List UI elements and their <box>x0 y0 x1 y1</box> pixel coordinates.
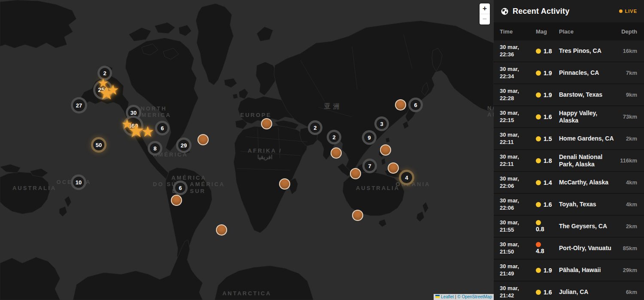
quake-place: Pāhala, Hawaii <box>559 266 616 274</box>
quake-place: Home Gardens, CA <box>559 135 616 142</box>
recent-activity-panel: Recent Activity LIVE Time Mag Place Dept… <box>494 0 644 300</box>
map-label: EUROPE <box>240 112 272 118</box>
cluster-marker[interactable]: 2 <box>308 120 322 135</box>
quake-depth: 85km <box>616 245 644 251</box>
activity-row[interactable]: 30 mar,22:34 1.9 Pinnacles, CA 7km <box>494 62 644 84</box>
quake-depth: 7km <box>616 70 644 76</box>
openstreetmap-link[interactable]: © OpenStreetMap <box>457 294 492 299</box>
cluster-marker[interactable]: 9 <box>362 130 377 145</box>
quake-time: 30 mar,22:28 <box>494 88 536 102</box>
earthquake-marker[interactable] <box>279 178 290 190</box>
magnitude-dot-icon <box>536 268 541 273</box>
earthquake-dashboard: NORTHAMERICAAMÉRICAEUROPEAFRIKA /افريقيا… <box>0 0 644 300</box>
map-label: NORTHAMERICA <box>487 105 494 118</box>
quake-time: 30 mar,21:42 <box>494 285 536 300</box>
earthquake-marker[interactable] <box>216 224 227 236</box>
cluster-marker[interactable]: 10 <box>71 174 86 190</box>
magnitude-dot-icon <box>536 136 541 141</box>
earthquake-marker[interactable] <box>197 134 209 145</box>
zoom-in-button[interactable]: + <box>480 3 490 14</box>
activity-row[interactable]: 30 mar,22:11 1.5 Home Gardens, CA 2km <box>494 128 644 150</box>
cluster-marker[interactable]: 2 <box>327 130 341 144</box>
activity-row[interactable]: 30 mar,22:28 1.9 Barstow, Texas 9km <box>494 84 644 106</box>
star-marker[interactable]: ★ <box>107 83 119 97</box>
activity-row[interactable]: 30 mar,21:50 4.8 Port-Olry, Vanuatu 85km <box>494 238 644 260</box>
activity-row[interactable]: 30 mar,22:11 1.8 Denali National Park, A… <box>494 150 644 172</box>
map-zoom-control: + − <box>480 3 490 24</box>
quake-depth: 6km <box>616 289 644 295</box>
quake-place: Denali National Park, Alaska <box>559 153 616 168</box>
live-badge: LIVE <box>619 9 637 14</box>
quake-depth: 29km <box>616 267 644 273</box>
zoom-out-button[interactable]: − <box>480 14 490 24</box>
quake-depth: 116km <box>616 157 644 164</box>
globe-icon <box>501 7 509 15</box>
quake-magnitude: 1.8 <box>536 157 559 164</box>
map-label: AMÉRICADO SUL / AMÉRICADEL SUR <box>153 174 225 194</box>
earthquake-marker[interactable] <box>395 99 406 110</box>
world-landmass <box>0 0 494 300</box>
earthquake-marker[interactable] <box>388 162 399 174</box>
quake-magnitude: 1.6 <box>536 201 559 208</box>
quake-magnitude: 1.8 <box>536 48 559 55</box>
quake-place: The Geysers, CA <box>559 223 616 230</box>
map-label: AUSTRALIA <box>12 185 56 191</box>
leaflet-link[interactable]: Leaflet <box>441 294 454 299</box>
earthquake-marker[interactable] <box>350 168 361 179</box>
star-marker[interactable]: ★ <box>141 124 154 139</box>
cluster-marker[interactable]: 6 <box>408 98 423 112</box>
magnitude-dot-icon <box>536 220 541 225</box>
quake-magnitude: 1.6 <box>536 113 559 120</box>
quake-place: McCarthy, Alaska <box>559 179 616 186</box>
quake-depth: 16km <box>616 48 644 54</box>
quake-depth: 4km <box>616 179 644 186</box>
cluster-marker[interactable]: 3 <box>374 116 389 131</box>
cluster-marker[interactable]: 29 <box>176 138 191 153</box>
activity-row[interactable]: 30 mar,22:06 1.6 Toyah, Texas 4km <box>494 194 644 216</box>
quake-time: 30 mar,21:50 <box>494 241 536 256</box>
quake-time: 30 mar,21:55 <box>494 219 536 234</box>
quake-place: Pinnacles, CA <box>559 69 616 77</box>
cluster-marker[interactable]: 8 <box>148 141 162 156</box>
quake-time: 30 mar,22:15 <box>494 110 536 124</box>
earthquake-marker[interactable] <box>352 210 363 221</box>
cluster-marker[interactable]: 50 <box>91 137 106 153</box>
column-place: Place <box>559 28 616 35</box>
quake-magnitude: 1.6 <box>536 289 559 296</box>
earthquake-marker[interactable] <box>380 144 391 156</box>
map-attribution: Leaflet | © OpenStreetMap <box>434 294 494 300</box>
map-label: 亚洲 <box>324 102 342 110</box>
activity-row[interactable]: 30 mar,21:42 1.6 Julian, CA 6km <box>494 282 644 300</box>
quake-depth: 73km <box>616 113 644 120</box>
panel-header: Recent Activity LIVE <box>494 0 644 22</box>
magnitude-dot-icon <box>536 114 541 119</box>
magnitude-dot-icon <box>536 70 541 76</box>
column-mag: Mag <box>536 28 559 35</box>
quake-time: 30 mar,22:36 <box>494 44 536 58</box>
quake-time: 30 mar,22:11 <box>494 132 536 146</box>
activity-row[interactable]: 30 mar,21:49 1.9 Pāhala, Hawaii 29km <box>494 260 644 282</box>
quake-magnitude: 1.9 <box>536 70 559 77</box>
activity-row[interactable]: 30 mar,22:06 1.4 McCarthy, Alaska 4km <box>494 172 644 194</box>
quake-time: 30 mar,22:34 <box>494 66 536 80</box>
activity-row[interactable]: 30 mar,22:36 1.8 Tres Pinos, CA 16km <box>494 40 644 62</box>
quake-magnitude: 0.8 <box>536 220 559 233</box>
cluster-marker[interactable]: 4 <box>399 170 414 185</box>
cluster-marker[interactable]: 27 <box>71 97 87 113</box>
earthquake-marker[interactable] <box>331 147 342 159</box>
earthquake-marker[interactable] <box>171 195 182 206</box>
cluster-marker[interactable]: 6 <box>173 181 188 195</box>
quake-magnitude: 4.8 <box>536 242 559 254</box>
world-map[interactable]: NORTHAMERICAAMÉRICAEUROPEAFRIKA /افريقيا… <box>0 0 494 300</box>
earthquake-marker[interactable] <box>261 118 272 129</box>
cluster-marker[interactable]: 6 <box>155 121 170 135</box>
magnitude-dot-icon <box>536 202 541 207</box>
activity-row[interactable]: 30 mar,22:15 1.6 Happy Valley, Alaska 73… <box>494 106 644 128</box>
quake-depth: 2km <box>616 223 644 230</box>
activity-rows: 30 mar,22:36 1.8 Tres Pinos, CA 16km 30 … <box>494 40 644 300</box>
quake-magnitude: 1.9 <box>536 92 559 98</box>
activity-row[interactable]: 30 mar,21:55 0.8 The Geysers, CA 2km <box>494 216 644 238</box>
cluster-marker[interactable]: 7 <box>362 159 377 173</box>
quake-depth: 4km <box>616 201 644 208</box>
quake-time: 30 mar,21:49 <box>494 263 536 278</box>
